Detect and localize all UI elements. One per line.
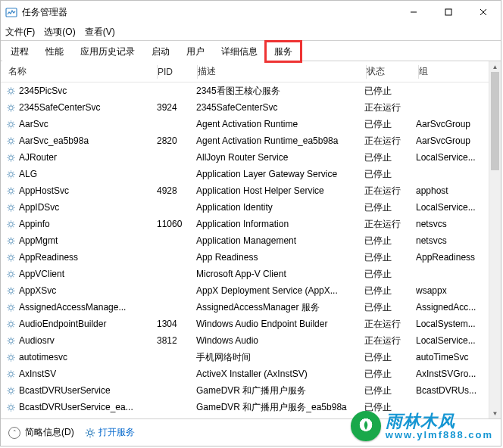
fewer-details-label: 简略信息(D) [25,426,74,439]
svg-point-113 [8,288,12,292]
cell-name: AppMgmt [19,235,157,246]
cell-group: wsappx [416,285,498,296]
service-icon [5,352,16,362]
header-name[interactable]: 名称 [5,65,157,78]
cell-group: BcastDVRUs... [416,385,498,396]
cell-desc: Windows Audio Endpoint Builder [196,319,364,329]
svg-line-21 [13,104,14,105]
svg-line-102 [13,254,14,255]
table-row[interactable]: AxInstSVActiveX Installer (AxInstSV)已停止A… [1,366,501,382]
cell-desc: Windows Audio [196,335,364,346]
service-icon [5,185,16,196]
svg-line-49 [8,160,8,160]
close-button[interactable] [466,1,501,23]
menu-options[interactable]: 选项(O) [44,26,75,39]
window-title: 任务管理器 [22,6,396,19]
service-icon [5,169,16,179]
svg-line-13 [8,93,8,94]
tab-启动[interactable]: 启动 [143,42,178,61]
svg-line-82 [8,221,8,222]
svg-line-139 [8,326,8,327]
cell-group: AppReadiness [416,252,498,263]
tab-应用历史记录[interactable]: 应用历史记录 [72,42,143,61]
table-row[interactable]: Appinfo11060Application Information正在运行n… [1,216,501,232]
table-row[interactable]: 2345SafeCenterSvc39242345SafeCenterSvc正在… [1,99,501,116]
svg-point-131 [8,322,12,325]
menu-file[interactable]: 文件(F) [5,26,35,39]
table-row[interactable]: AarSvcAgent Activation Runtime已停止AarSvcG… [1,116,501,132]
svg-line-172 [8,387,8,388]
maximize-button[interactable] [431,1,466,23]
chevron-up-icon: ˄ [8,427,20,439]
table-row[interactable]: AppMgmtApplication Management已停止netsvcs [1,232,501,249]
svg-line-84 [13,221,14,222]
service-icon [5,119,16,129]
cell-name: AppIDSvc [19,202,157,213]
service-icon [5,252,16,263]
header-group[interactable]: 组 [419,65,498,78]
cell-name: AudioEndpointBuilder [19,319,157,329]
cell-name: AarSvc [19,119,157,129]
open-services-link[interactable]: 打开服务 [85,426,135,439]
svg-line-155 [13,359,14,360]
svg-line-181 [8,404,8,405]
cell-status: 已停止 [364,301,416,314]
table-row[interactable]: AppReadinessApp Readiness已停止AppReadiness [1,249,501,266]
svg-line-146 [13,343,14,344]
svg-point-140 [8,338,12,342]
table-row[interactable]: AppHostSvc4928Application Host Helper Se… [1,182,501,199]
svg-point-32 [8,138,12,142]
tab-服务[interactable]: 服务 [266,42,301,61]
svg-point-149 [8,355,12,359]
tab-进程[interactable]: 进程 [2,42,37,61]
fewer-details-toggle[interactable]: ˄ 简略信息(D) [8,426,74,439]
cell-name: AppVClient [19,269,157,279]
table-row[interactable]: AssignedAccessManage...AssignedAccessMan… [1,299,501,316]
table-row[interactable]: ALGApplication Layer Gateway Service已停止 [1,166,501,182]
scroll-up-icon[interactable]: ▲ [489,61,501,72]
minimize-button[interactable] [396,1,431,23]
svg-line-202 [86,435,87,436]
tab-详细信息[interactable]: 详细信息 [213,42,266,61]
table-row[interactable]: AppXSvcAppX Deployment Service (AppX...已… [1,282,501,299]
tab-性能[interactable]: 性能 [37,42,72,61]
table-row[interactable]: AJRouterAllJoyn Router Service已停止LocalSe… [1,149,501,166]
table-row[interactable]: AppIDSvcApplication Identity已停止LocalServ… [1,199,501,216]
service-icon [5,202,16,213]
cell-name: 2345PicSvc [19,86,157,96]
table-row[interactable]: AudioEndpointBuilder1304Windows Audio En… [1,316,501,332]
menu-view[interactable]: 查看(V) [85,26,115,39]
svg-line-29 [13,126,14,127]
cell-status: 已停止 [364,251,416,264]
header-pid[interactable]: PID [158,67,197,77]
table-row[interactable]: 2345PicSvc2345看图王核心服务已停止 [1,82,501,99]
vertical-scrollbar[interactable]: ▲ ▼ [489,61,501,418]
cell-status: 正在运行 [364,185,416,198]
header-status[interactable]: 状态 [367,65,418,78]
svg-point-68 [8,205,12,209]
svg-point-14 [8,105,12,109]
table-row[interactable]: BcastDVRUserServiceGameDVR 和广播用户服务已停止Bca… [1,382,501,399]
table-row[interactable]: AarSvc_ea5b98a2820Agent Activation Runti… [1,132,501,149]
cell-group: netsvcs [416,235,498,246]
svg-point-59 [8,188,12,192]
task-manager-window: 任务管理器 文件(F) 选项(O) 查看(V) 进程性能应用历史记录启动用户详细… [0,0,501,446]
watermark-logo-icon [351,411,381,441]
table-row[interactable]: AppVClientMicrosoft App-V Client已停止 [1,266,501,282]
cell-group: autoTimeSvc [416,352,498,362]
service-icon [5,285,16,296]
service-icon [5,86,16,96]
table-row[interactable]: Audiosrv3812Windows Audio正在运行LocalServic… [1,332,501,349]
scroll-thumb[interactable] [491,72,499,170]
cell-desc: Agent Activation Runtime [196,119,364,129]
table-row[interactable]: autotimesvc手机网络时间已停止autoTimeSvc [1,349,501,366]
header-desc[interactable]: 描述 [198,65,366,78]
service-icon [5,369,16,379]
cell-status: 正在运行 [364,135,416,148]
svg-line-136 [8,321,8,322]
svg-line-22 [8,110,8,110]
tab-用户[interactable]: 用户 [178,42,213,61]
svg-line-154 [8,354,8,355]
svg-line-119 [13,293,14,294]
svg-line-55 [8,171,8,172]
